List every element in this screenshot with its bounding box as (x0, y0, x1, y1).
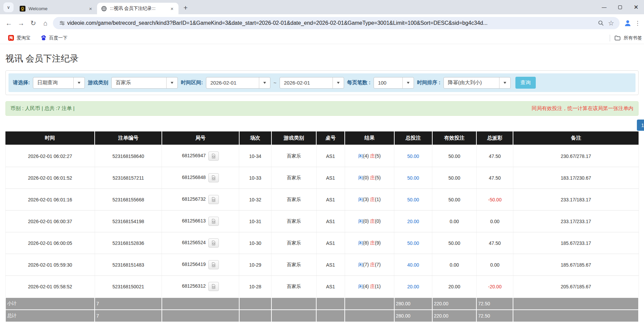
tab-close-icon[interactable]: × (169, 5, 175, 12)
video-replay-button[interactable] (208, 173, 219, 182)
total-bet-link[interactable]: 50.00 (407, 240, 419, 246)
result-player: 闲 (358, 218, 363, 224)
result-player-count: (4) (363, 153, 369, 159)
per-page-dropdown[interactable]: 100 (374, 77, 414, 89)
profile-avatar-icon[interactable] (622, 17, 634, 29)
chevron-down-icon[interactable] (499, 77, 510, 88)
footer-cell (162, 310, 239, 322)
payout-cell: 0.00 (476, 254, 513, 276)
url-text[interactable]: videoie.com/game/betrecord_search/kind3?… (67, 20, 596, 26)
footer-cell: 72.50 (476, 310, 513, 322)
result-banker-count: (1) (375, 197, 381, 202)
result-banker: 庄 (370, 240, 375, 246)
browser-menu-icon[interactable]: ⋮ (634, 17, 641, 29)
chevron-down-icon[interactable] (259, 77, 270, 88)
bookmark-taobao[interactable]: 淘 爱淘宝 (5, 34, 33, 42)
footer-cell (162, 298, 239, 310)
payout-cell: 47.50 (476, 145, 513, 167)
bet-id-cell: 523168154198 (95, 211, 162, 232)
summary-bar: 币别 : 人民币 | 总共 :7 注单 | 同局有效投注，统一计算在该局第一张注… (5, 101, 639, 116)
column-header: 游戏类别 (271, 131, 316, 145)
game-kind-cell: 百家乐 (271, 276, 316, 298)
total-bet-link[interactable]: 50.00 (407, 175, 419, 181)
tab-search-chevron-icon[interactable]: ∨ (3, 2, 14, 12)
chevron-down-icon[interactable] (166, 77, 177, 88)
table-footer-row: 总计7280.00220.0072.50 (5, 310, 639, 322)
chevron-down-icon[interactable] (333, 77, 344, 88)
result-cell: 闲(0) 庄(5) (345, 167, 394, 189)
page-number-button[interactable]: 1 (637, 120, 644, 131)
footer-cell: 220.00 (432, 298, 477, 310)
address-bar[interactable]: videoie.com/game/betrecord_search/kind3?… (53, 17, 620, 29)
table-no-cell: AS1 (316, 189, 345, 211)
total-bet-link[interactable]: 50.00 (407, 197, 419, 202)
window-maximize-button[interactable] (612, 0, 628, 14)
page-title: 视讯 会员下注纪录 (5, 53, 639, 65)
result-player-count: (0) (363, 175, 369, 180)
query-type-dropdown[interactable]: 日期查询 (33, 77, 85, 89)
tab-title: :::视讯 会员下注纪录::: (110, 5, 167, 12)
round-id: 681256524 (182, 240, 206, 245)
table-row: 2026-02-01 06:02:27523168158640681256947… (5, 145, 639, 167)
video-replay-button[interactable] (208, 238, 219, 248)
result-banker-count: (0) (375, 218, 381, 224)
bookmark-baidu[interactable]: 百度一下 (38, 34, 70, 42)
footer-cell: 7 (95, 298, 162, 310)
total-bet-link[interactable]: 20.00 (407, 219, 419, 224)
round-id: 681256613 (182, 218, 206, 223)
valid-bet-cell: 50.00 (432, 145, 477, 167)
result-cell: 闲(8) 庄(9) (345, 232, 394, 254)
video-replay-button[interactable] (208, 260, 219, 269)
result-cell: 闲(4) 庄(1) (345, 276, 394, 298)
sort-label: 时间排序 : (417, 79, 440, 86)
session-cell: 10-30 (239, 232, 271, 254)
sort-dropdown[interactable]: 降幂(由大到小) (443, 77, 511, 89)
footer-cell: 总计 (5, 310, 95, 322)
tab-bet-record[interactable]: :::视讯 会员下注纪录::: × (97, 3, 178, 14)
footer-cell: 72.50 (476, 298, 513, 310)
tab-close-icon[interactable]: × (88, 5, 94, 12)
video-replay-button[interactable] (208, 217, 219, 226)
window-close-button[interactable]: ✕ (628, 0, 644, 14)
total-bet-cell: 50.00 (394, 145, 432, 167)
tab-welcome[interactable]: Welcome × (16, 3, 97, 14)
table-no-cell: AS1 (316, 211, 345, 232)
date-end-dropdown[interactable]: 2026-02-01 (280, 77, 344, 89)
taobao-icon: 淘 (8, 35, 14, 41)
video-replay-button[interactable] (208, 282, 219, 291)
date-start-dropdown[interactable]: 2026-02-01 (206, 77, 270, 89)
total-bet-link[interactable]: 20.00 (407, 284, 419, 289)
select-label: 请选择: (13, 79, 30, 86)
game-kind-cell: 百家乐 (271, 254, 316, 276)
new-tab-button[interactable]: + (181, 3, 191, 13)
table-row: 2026-02-01 05:59:30523168151483681256419… (5, 254, 639, 276)
site-settings-icon[interactable] (57, 18, 67, 28)
sort-value: 降幂(由大到小) (444, 77, 499, 88)
back-icon[interactable]: ← (3, 17, 15, 29)
video-replay-button[interactable] (208, 151, 219, 161)
bookmark-star-icon[interactable]: ☆ (606, 18, 616, 28)
total-bet-link[interactable]: 40.00 (407, 262, 419, 268)
date-start-value: 2026-02-01 (206, 77, 259, 88)
table-no-cell: AS1 (316, 167, 345, 189)
forward-icon[interactable]: → (15, 17, 27, 29)
bet-id-cell: 523168150021 (95, 276, 162, 298)
chevron-down-icon[interactable] (73, 77, 84, 88)
result-cell: 闲(7) 庄(7) (345, 254, 394, 276)
window-minimize-button[interactable]: — (596, 0, 612, 14)
session-cell: 10-33 (239, 167, 271, 189)
search-button[interactable]: 查询 (515, 77, 536, 89)
column-header: 注单编号 (95, 131, 162, 145)
chevron-down-icon[interactable] (402, 77, 414, 88)
game-kind-dropdown[interactable]: 百家乐 (111, 77, 178, 89)
valid-bet-notice-text: 同局有效投注，统一计算在该局第一张注单内 (532, 105, 633, 112)
video-replay-button[interactable] (208, 195, 219, 204)
home-icon[interactable]: ⌂ (39, 17, 52, 29)
total-bet-link[interactable]: 50.00 (407, 154, 419, 159)
all-bookmarks-label[interactable]: 所有书签 (624, 35, 642, 41)
payout-cell: -50.00 (476, 189, 513, 211)
reload-icon[interactable]: ↻ (27, 17, 39, 29)
note-cell: 205.67/185.67 (513, 276, 639, 298)
zoom-magnifier-icon[interactable] (596, 18, 606, 28)
footer-cell: 280.00 (394, 310, 432, 322)
